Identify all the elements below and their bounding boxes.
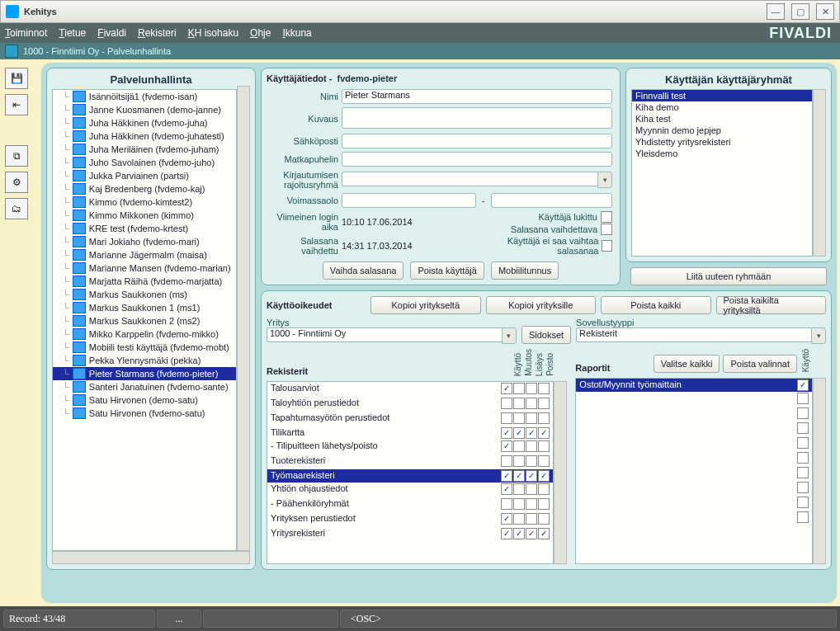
change-password-button[interactable]: Vaihda salasana (323, 261, 404, 280)
tree-user-node[interactable]: └Markus Saukkonen 2 (ms2) (53, 314, 236, 327)
tree-user-node[interactable]: └Juha Häkkinen (fvdemo-juhatesti) (53, 129, 236, 143)
minimize-button[interactable]: — (767, 3, 785, 20)
perm-check[interactable] (513, 383, 525, 394)
tree-user-node[interactable]: └Mobiili testi käyttäjä (fvdemo-mobt) (53, 341, 236, 354)
menu-item[interactable]: KH isohaku (188, 27, 238, 39)
menu-item[interactable]: Ikkuna (282, 27, 311, 39)
register-row[interactable]: Talousarviot✓ (267, 382, 553, 397)
report-check[interactable] (797, 437, 809, 449)
perm-check[interactable] (501, 412, 512, 424)
h-scrollbar[interactable] (52, 551, 250, 564)
perm-check[interactable]: ✓ (501, 383, 512, 394)
perm-check[interactable]: ✓ (513, 528, 525, 539)
perm-check[interactable] (538, 513, 550, 525)
group-row[interactable]: Yhdistetty yritysrekisteri (632, 136, 812, 148)
perm-check[interactable]: ✓ (538, 427, 550, 439)
tree-user-node[interactable]: └Markus Saukkonen 1 (ms1) (53, 301, 236, 314)
save-button[interactable]: 💾 (5, 68, 28, 89)
register-row[interactable]: Tapahtumasyötön perustiedot (267, 412, 553, 426)
perm-check[interactable] (513, 498, 525, 510)
tree-user-node[interactable]: └Kaj Bredenberg (fvdemo-kaj) (53, 182, 236, 195)
perm-check[interactable] (501, 498, 512, 510)
perm-check[interactable]: ✓ (501, 470, 512, 482)
valid-from-field[interactable] (342, 193, 476, 208)
perm-check[interactable]: ✓ (513, 470, 525, 482)
company-combo[interactable]: 1000 - Finntiimi Oy (267, 327, 502, 342)
tree-user-node[interactable]: └Juho Savolainen (fvdemo-juho) (53, 156, 236, 169)
register-row[interactable]: - Tilipuitteen lähetys/poisto✓ (267, 440, 553, 454)
reports-select-all[interactable]: Valitse kaikki (654, 355, 720, 373)
perm-check[interactable] (526, 498, 537, 510)
perm-check[interactable] (501, 455, 512, 467)
perm-check[interactable] (526, 455, 537, 467)
desc-field[interactable] (342, 107, 612, 129)
group-row[interactable]: Finnvalli test (632, 90, 812, 101)
scrollbar[interactable] (237, 86, 250, 551)
perm-check[interactable] (526, 483, 537, 495)
tree-user-node[interactable]: └KRE test (fvdemo-krtest) (53, 222, 236, 235)
menu-item[interactable]: Rekisteri (138, 27, 177, 39)
menu-item[interactable]: Toiminnot (5, 27, 47, 39)
perm-check[interactable] (513, 483, 525, 495)
reports-clear-sel[interactable]: Poista valinnat (723, 355, 797, 373)
perm-check[interactable] (538, 483, 550, 495)
copy-to-button[interactable]: Kopioi yrityksille (486, 296, 597, 314)
perm-check[interactable] (501, 398, 512, 409)
register-row[interactable]: - Päähenkilöryhmät (267, 497, 553, 512)
mobile-id-button[interactable]: Mobiilitunnus (491, 261, 559, 280)
scrollbar[interactable] (813, 378, 826, 564)
register-row[interactable]: Työmaarekisteri✓✓✓✓ (267, 469, 553, 483)
report-check[interactable] (797, 393, 809, 404)
perm-check[interactable] (538, 440, 550, 452)
perm-check[interactable] (526, 383, 537, 394)
scrollbar[interactable] (813, 89, 826, 257)
report-check[interactable] (797, 482, 809, 493)
register-row[interactable]: Taloyhtiön perustiedot (267, 397, 553, 412)
register-row[interactable]: Yritysrekisteri✓✓✓✓ (267, 527, 553, 540)
menu-item[interactable]: Tietue (59, 27, 86, 39)
tree-user-node[interactable]: └Marjatta Räihä (fvdemo-marjatta) (53, 275, 236, 288)
perm-check[interactable] (526, 513, 537, 525)
perm-check[interactable]: ✓ (538, 470, 550, 482)
flag-nopwself-check[interactable] (602, 240, 612, 252)
group-row[interactable]: Yleisdemo (632, 148, 812, 159)
group-row[interactable]: Kiha test (632, 113, 812, 125)
flag-mustchange-check[interactable] (601, 224, 612, 235)
perm-check[interactable]: ✓ (526, 528, 537, 539)
report-check[interactable] (797, 452, 809, 464)
tree-user-node[interactable]: └Marianne Mansen (fvdemo-marian) (53, 261, 236, 275)
tool-button[interactable]: 🗂 (5, 198, 28, 219)
tree-user-node[interactable]: └Jukka Parviainen (partsi) (53, 169, 236, 182)
tree-user-node[interactable]: └Markus Saukkonen (ms) (53, 288, 236, 301)
registers-list[interactable]: Talousarviot✓Taloyhtiön perustiedotTapah… (267, 381, 554, 564)
perm-check[interactable]: ✓ (501, 440, 512, 452)
perm-check[interactable] (513, 513, 525, 525)
tree-user-node[interactable]: └Marianne Jägermalm (maisa) (53, 248, 236, 261)
valid-to-field[interactable] (491, 193, 612, 208)
groups-list[interactable]: Finnvalli testKiha demoKiha testMyynnin … (631, 89, 813, 257)
report-check[interactable] (797, 497, 809, 508)
bindings-button[interactable]: Sidokset (521, 326, 571, 344)
clear-all-companies-button[interactable]: Poista kaikilta yrityksiltä (716, 296, 827, 314)
apptype-combo[interactable]: Rekisterit (576, 327, 811, 342)
name-field[interactable]: Pieter Starmans (342, 89, 612, 104)
tree-user-node[interactable]: └Satu Hirvonen (fvdemo-satu) (53, 407, 236, 420)
perm-check[interactable] (513, 412, 525, 424)
perm-check[interactable] (538, 498, 550, 510)
perm-check[interactable]: ✓ (526, 470, 537, 482)
tool-button[interactable]: ⧉ (5, 145, 28, 167)
perm-check[interactable]: ✓ (501, 513, 512, 525)
tree-user-node[interactable]: └Janne Kuosmanen (demo-janne) (53, 103, 236, 116)
perm-check[interactable] (513, 455, 525, 467)
tree-user-node[interactable]: └Juha Meriläinen (fvdemo-juham) (53, 143, 236, 156)
tree-user-node[interactable]: └Juha Häkkinen (fvdemo-juha) (53, 116, 236, 129)
perm-check[interactable] (538, 412, 550, 424)
menu-item[interactable]: Ohje (250, 27, 271, 39)
perm-check[interactable]: ✓ (538, 528, 550, 539)
tree-user-node[interactable]: └Isännöitsijä1 (fvdemo-isan) (53, 90, 236, 103)
perm-check[interactable] (538, 455, 550, 467)
add-to-group-button[interactable]: Liitä uuteen ryhmään (630, 267, 827, 285)
perm-check[interactable]: ✓ (501, 427, 512, 439)
group-row[interactable]: Myynnin demo jepjep (632, 125, 812, 136)
close-button[interactable]: ✕ (816, 3, 834, 20)
